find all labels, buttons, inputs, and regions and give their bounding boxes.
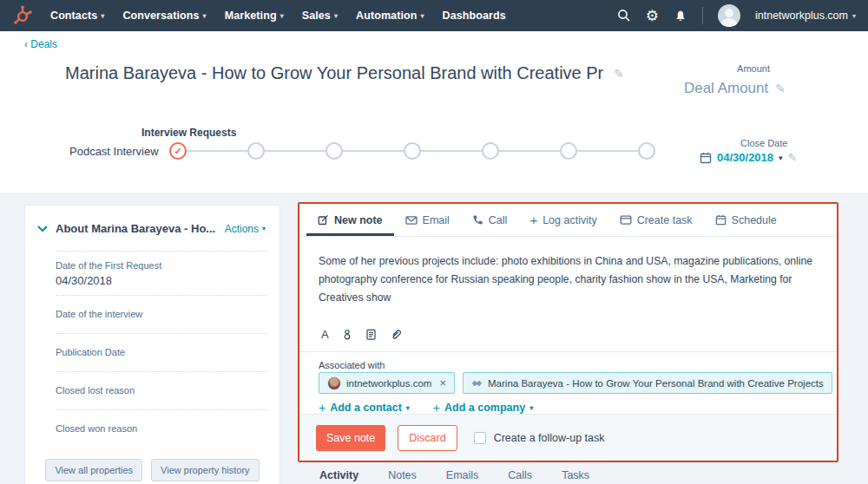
add-company-link[interactable]: +Add a company▾ [433,401,533,415]
amount-value[interactable]: Deal Amount ✎ [684,80,786,97]
format-text-icon[interactable]: A [321,328,329,341]
close-date-value[interactable]: 04/30/2018 [717,151,773,164]
property-value: 04/30/2018 [56,274,267,287]
phone-icon [472,214,483,226]
followup-option: Create a follow-up task [474,432,605,444]
nav-item-conversations[interactable]: Conversations▾ [122,10,206,22]
stage-connector [499,150,560,152]
nav-menu: Contacts▾ Conversations▾ Marketing▾ Sale… [50,10,506,22]
tab-notes[interactable]: Notes [388,469,417,481]
amount-block: Amount Deal Amount ✎ [684,63,786,97]
bell-icon[interactable] [674,10,687,23]
snippet-icon[interactable] [342,329,352,340]
pipeline-name: Podcast Interview [69,145,159,158]
nav-divider [702,7,703,24]
tab-email[interactable]: Email [394,204,461,236]
property-label: Date of the First Request [56,260,267,271]
plus-icon: + [319,401,326,415]
tab-emails[interactable]: Emails [446,469,479,481]
schedule-calendar-icon [715,214,727,226]
property-row: Publication Date [56,347,267,372]
nav-item-contacts[interactable]: Contacts▾ [50,10,104,22]
tab-activity[interactable]: Activity [319,469,358,481]
gear-icon[interactable]: ⚙ [646,7,659,25]
save-note-button[interactable]: Save note [316,425,385,451]
search-icon[interactable] [617,9,631,23]
collapse-chevron-icon[interactable] [37,225,48,232]
stage-circle-7[interactable] [638,142,655,160]
page-title: Marina Barayeva - How to Grow Your Perso… [65,63,624,83]
stage-circle-4[interactable] [404,142,421,160]
close-date-label: Close Date [740,138,787,148]
engagement-tabs: New note Email Call + Log activity [299,204,837,237]
nav-item-dashboards[interactable]: Dashboards [443,10,506,22]
note-editor[interactable]: Some of her previous projects include: p… [319,252,820,307]
sidebar-header: About Marina Barayeva - Ho... Actions▾ [25,206,279,235]
plus-icon: + [529,213,537,226]
stage-circle-2[interactable] [247,142,265,160]
account-menu[interactable]: intnetworkplus.com▾ [755,10,856,22]
edit-title-icon[interactable]: ✎ [614,67,624,81]
sidebar-footer-buttons: View all properties View property histor… [25,459,279,481]
stage-connector [577,150,638,152]
remove-contact-icon[interactable]: × [439,376,446,389]
followup-label: Create a follow-up task [494,432,605,444]
stage-circle-5[interactable] [482,142,499,160]
note-footer: Save note Discard Create a follow-up tas… [299,414,837,461]
chevron-down-icon: ▾ [280,12,284,20]
discard-button[interactable]: Discard [398,425,457,451]
nav-item-sales[interactable]: Sales▾ [302,10,338,22]
document-icon[interactable] [365,329,377,340]
followup-checkbox[interactable] [474,432,486,444]
activity-tabs: Activity Notes Emails Calls Tasks [319,469,589,481]
property-list: Date of the First Request 04/30/2018 Dat… [56,251,267,461]
actions-dropdown[interactable]: Actions▾ [225,223,266,235]
tab-calls[interactable]: Calls [508,469,532,481]
chevron-down-icon: ▾ [262,225,266,232]
tab-schedule[interactable]: Schedule [704,204,788,236]
top-navigation: Contacts▾ Conversations▾ Marketing▾ Sale… [0,0,868,31]
stage-circle-6[interactable] [560,142,577,160]
view-property-history-button[interactable]: View property history [151,459,260,481]
calendar-icon [700,152,712,164]
tab-tasks[interactable]: Tasks [562,469,589,481]
property-value [56,437,267,440]
tab-call[interactable]: Call [461,204,519,236]
avatar[interactable] [718,4,740,27]
deal-stage-stepper: ✓ [169,142,655,160]
breadcrumb[interactable]: ‹ Deals [24,38,57,50]
property-label: Closed won reason [56,423,267,434]
add-association-links: +Add a contact▾ +Add a company▾ [319,401,533,415]
note-panel: New note Email Call + Log activity [298,202,838,462]
edit-close-date-icon[interactable]: ✎ [788,151,798,164]
chevron-down-icon[interactable]: ▾ [779,154,783,162]
company-chip[interactable]: Marina Barayeva - How to Grow Your Perso… [463,372,832,394]
property-row: Closed lost reason [56,385,267,410]
property-row: Date of the First Request 04/30/2018 [56,260,267,296]
hubspot-logo-icon[interactable] [11,4,34,27]
property-value [56,399,267,402]
stage-circle-1[interactable]: ✓ [169,142,187,160]
contact-chip[interactable]: intnetworkplus.com × [319,372,455,394]
tab-log-activity[interactable]: + Log activity [518,204,608,236]
add-contact-link[interactable]: +Add a contact▾ [319,401,410,415]
deal-header: ‹ Deals Marina Barayeva - How to Grow Yo… [0,31,868,193]
chevron-down-icon: ▾ [101,12,104,20]
edit-amount-icon[interactable]: ✎ [775,82,786,95]
stage-circle-3[interactable] [326,142,343,160]
tab-create-task[interactable]: Create task [608,204,704,236]
association-chips: intnetworkplus.com × Marina Barayeva - H… [319,372,832,394]
about-sidebar: About Marina Barayeva - Ho... Actions▾ D… [24,205,280,484]
paperclip-icon[interactable] [390,329,402,341]
tab-new-note[interactable]: New note [306,204,394,236]
view-all-properties-button[interactable]: View all properties [45,459,142,481]
email-icon [405,214,418,226]
property-value [56,323,267,325]
property-label: Publication Date [56,347,267,357]
property-value [56,361,267,363]
property-label: Date of the interview [56,309,267,319]
nav-item-automation[interactable]: Automation▾ [356,10,424,22]
nav-item-marketing[interactable]: Marketing▾ [225,10,284,22]
amount-label: Amount [684,63,770,74]
property-label: Closed lost reason [56,385,267,396]
